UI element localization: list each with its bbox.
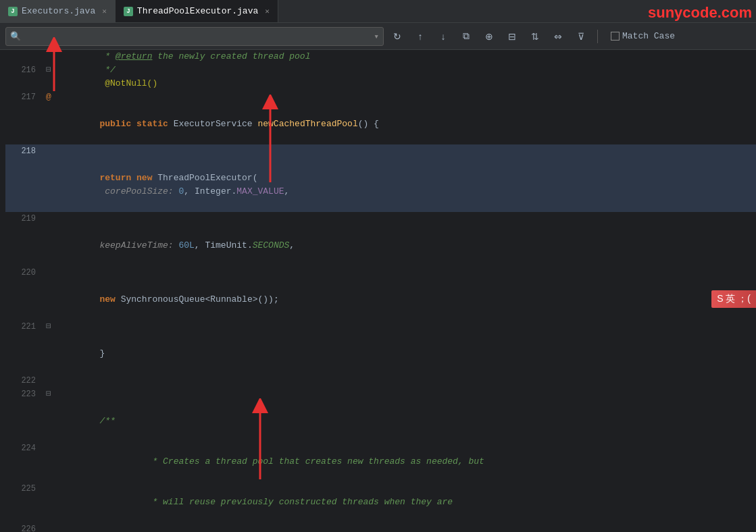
tab-executors[interactable]: J Executors.java ✕ [0, 0, 116, 22]
copy-button[interactable]: ⧉ [457, 27, 476, 46]
code-line: 225 * will reuse previously constructed … [5, 482, 756, 523]
search-box[interactable]: 🔍 ▾ [5, 27, 384, 46]
code-line: 224 * Creates a thread pool that creates… [5, 442, 756, 482]
sort-button[interactable]: ⇅ [526, 27, 545, 46]
tab-threadpool-close[interactable]: ✕ [265, 7, 270, 16]
code-line: 226 * available, and uses the provided [5, 523, 756, 532]
code-area: * @return the newly created thread pool … [0, 50, 756, 532]
filter-button[interactable]: ⊽ [572, 27, 590, 46]
tab-executors-label: Executors.java [22, 6, 95, 16]
code-line: 220 new SynchronousQueue<Runnable>()); [5, 266, 756, 320]
code-content[interactable]: * @return the newly created thread pool … [0, 50, 756, 532]
tab-bar: J Executors.java ✕ J ThreadPoolExecutor.… [0, 0, 756, 23]
expand-button[interactable]: ⇔ [549, 27, 568, 46]
code-line: * @return the newly created thread pool [5, 50, 756, 63]
toolbar: 🔍 ▾ ↻ ↑ ↓ ⧉ ⊕ ⊟ ⇅ ⇔ ⊽ Match Case [0, 23, 756, 50]
match-case-label: Match Case [622, 31, 675, 41]
code-line: 221 ⊟ } [5, 320, 756, 374]
watermark: sunycode.com [648, 4, 752, 22]
up-button[interactable]: ↑ [411, 27, 430, 46]
separator [597, 30, 598, 43]
threadpool-file-icon: J [124, 7, 133, 16]
refresh-button[interactable]: ↻ [388, 27, 407, 46]
minus-button[interactable]: ⊟ [503, 27, 522, 46]
down-button[interactable]: ↓ [434, 27, 453, 46]
match-case-button[interactable]: Match Case [605, 27, 681, 46]
pin-button[interactable]: ⊕ [480, 27, 499, 46]
search-input[interactable] [24, 31, 371, 41]
code-line: 216 ⊟ */ [5, 63, 756, 77]
search-icon: 🔍 [10, 31, 21, 42]
ime-badge[interactable]: S 英 ；( [711, 290, 756, 308]
code-line: @NotNull() [5, 77, 756, 90]
code-line: 222 [5, 374, 756, 388]
code-line-highlighted: 218 return new ThreadPoolExecutor( coreP… [5, 144, 756, 212]
executors-file-icon: J [8, 7, 18, 16]
code-line: 219 keepAliveTime: 60L, TimeUnit.SECONDS… [5, 212, 756, 266]
code-line: 223 ⊟ /** [5, 388, 756, 442]
search-dropdown-icon[interactable]: ▾ [374, 31, 379, 42]
code-line: 217 @ public static ExecutorService newC… [5, 90, 756, 144]
tab-threadpool[interactable]: J ThreadPoolExecutor.java ✕ [116, 0, 278, 22]
match-case-checkbox[interactable] [611, 32, 620, 41]
tab-threadpool-label: ThreadPoolExecutor.java [137, 6, 258, 16]
tab-executors-close[interactable]: ✕ [102, 7, 107, 16]
